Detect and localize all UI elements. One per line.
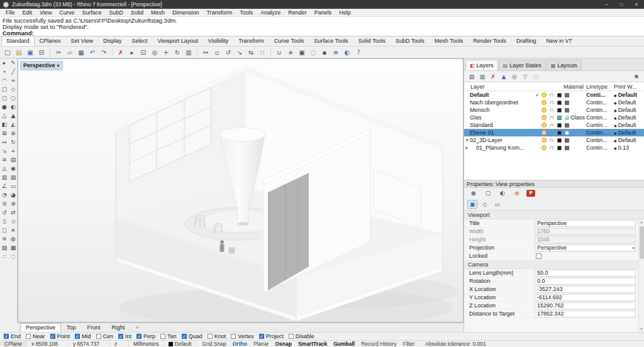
sidebar-tool-icon[interactable]: ▩ <box>9 243 18 252</box>
layer-material-cell[interactable]: Glass <box>564 114 586 121</box>
layer-linetype[interactable]: Contin... <box>586 107 614 113</box>
sidebar-tool-icon[interactable]: ▥ <box>0 173 9 182</box>
explode-icon[interactable]: ∗ <box>286 47 296 57</box>
paste-icon[interactable]: ▦ <box>76 47 86 57</box>
wallpaper-icon[interactable]: ▭ <box>492 200 502 209</box>
layer-visibility-bulb-icon[interactable] <box>540 100 548 105</box>
viewport-tab-perspective[interactable]: Perspective <box>20 323 61 332</box>
toolbar-tab-visibility[interactable]: Visibility <box>203 36 233 46</box>
status-toggle-smarttrack[interactable]: SmartTrack <box>298 341 327 347</box>
cplane-selector[interactable]: CPlane <box>0 341 27 347</box>
units-display[interactable]: Millimeters <box>129 341 164 347</box>
column-header-printwidth[interactable]: Print W... <box>614 84 644 90</box>
lock-object-icon[interactable]: ▪ <box>319 47 330 57</box>
sidebar-tool-icon[interactable]: ◠ <box>0 76 9 85</box>
layer-lock-icon[interactable]: ⊓ <box>548 130 555 136</box>
sidebar-tool-icon[interactable]: ▢ <box>0 94 9 102</box>
toolbar-tab-select[interactable]: Select <box>126 36 152 46</box>
status-toggle-grid-snap[interactable]: Grid Snap <box>202 341 226 347</box>
osnap-checkbox[interactable]: ✓ <box>4 334 9 339</box>
expand-arrow-icon[interactable]: ▾ <box>464 138 470 143</box>
sidebar-tool-icon[interactable]: ◉ <box>9 164 18 173</box>
menu-help[interactable]: Help <box>335 9 355 16</box>
undo-icon[interactable]: ↶ <box>87 47 97 57</box>
hide-object-icon[interactable]: ◌ <box>308 47 318 57</box>
print-icon[interactable]: ⊟ <box>36 47 47 57</box>
panel-tab-layer-states[interactable]: ▤Layer States <box>499 60 546 70</box>
layers-panel-icon[interactable]: ≡ <box>331 47 341 57</box>
layer-printwidth[interactable]: ◆Default <box>614 129 644 136</box>
sidebar-tool-icon[interactable]: ▧ <box>9 173 18 182</box>
toolbar-tab-set-view[interactable]: Set View <box>66 36 98 46</box>
rotate-icon[interactable]: ↺ <box>223 47 233 57</box>
open-file-icon[interactable]: ▤ <box>14 47 24 57</box>
sidebar-tool-icon[interactable]: ∷ <box>0 252 9 261</box>
viewport-tab-right[interactable]: Right <box>106 323 131 332</box>
menu-analyze[interactable]: Analyze <box>257 9 284 16</box>
layer-linetype[interactable]: Contin... <box>586 114 614 121</box>
layer-row[interactable]: Glas⊓GlassContin...◆Default <box>464 114 644 121</box>
osnap-checkbox[interactable] <box>160 334 165 339</box>
layer-linetype[interactable]: Contin... <box>586 122 614 128</box>
expand-arrow-icon[interactable]: ▸ <box>464 145 470 150</box>
search-icon[interactable]: ◌ <box>531 72 540 81</box>
property-value-projection[interactable]: Perspective▾ <box>535 245 636 251</box>
sidebar-tool-icon[interactable]: ≡ <box>0 155 9 164</box>
osnap-checkbox[interactable]: ✓ <box>136 334 142 339</box>
sidebar-tool-icon[interactable]: + <box>9 146 18 155</box>
layer-visibility-bulb-icon[interactable] <box>540 92 548 97</box>
group-icon[interactable]: ▣ <box>297 47 307 57</box>
render-settings-icon[interactable]: ◇ <box>480 200 490 209</box>
osnap-checkbox[interactable]: ✓ <box>182 334 187 339</box>
status-toggle-gumball[interactable]: Gumball <box>333 341 355 347</box>
sidebar-tool-icon[interactable]: ○ <box>9 94 18 102</box>
maximize-button[interactable]: □ <box>614 0 629 9</box>
array-icon[interactable]: ∷ <box>257 47 267 57</box>
osnap-mid[interactable]: ✓Mid <box>75 333 91 339</box>
layer-lock-icon[interactable]: ⊓ <box>548 145 555 151</box>
mirror-icon[interactable]: ⇆ <box>246 47 256 57</box>
settings-gear-icon[interactable]: ✱ <box>632 72 641 81</box>
zoom-extents-icon[interactable]: ⊡ <box>138 47 148 57</box>
osnap-checkbox[interactable]: ✓ <box>50 334 55 339</box>
layer-linetype[interactable]: Contin... <box>586 137 614 143</box>
status-toggle-planar[interactable]: Planar <box>253 341 269 347</box>
named-views-icon[interactable]: ▥ <box>184 47 194 57</box>
redo-icon[interactable]: ↷ <box>99 47 109 57</box>
layer-lock-icon[interactable]: ⊓ <box>548 107 555 113</box>
sidebar-tool-icon[interactable]: ◔ <box>0 190 9 199</box>
column-header-linetype[interactable]: Linetype <box>586 84 614 90</box>
toolbar-tab-solid-tools[interactable]: Solid Tools <box>353 36 391 46</box>
toolbar-tab-mesh-tools[interactable]: Mesh Tools <box>430 36 468 46</box>
materials-icon[interactable]: ◐ <box>497 189 508 197</box>
sidebar-tool-icon[interactable]: ↻ <box>9 138 18 146</box>
sidebar-tool-icon[interactable]: ◕ <box>9 190 18 199</box>
layer-visibility-bulb-icon[interactable] <box>540 145 548 150</box>
toolbar-tab-new-in-v7[interactable]: New in V7 <box>541 36 577 46</box>
sidebar-tool-icon[interactable]: △ <box>0 111 9 120</box>
sidebar-tool-icon[interactable]: ↺ <box>0 208 9 217</box>
osnap-checkbox[interactable] <box>208 334 213 339</box>
osnap-point[interactable]: ✓Point <box>50 333 70 339</box>
layer-color-swatch[interactable] <box>557 116 562 120</box>
viewport-properties-icon[interactable]: ▣ <box>467 200 477 209</box>
property-value-z-location[interactable]: 15290.762 <box>535 302 636 309</box>
display-icon[interactable]: ▢ <box>483 189 493 197</box>
osnap-int[interactable]: ✓Int <box>118 333 131 339</box>
layer-linetype[interactable]: Contin... <box>586 99 614 106</box>
sidebar-tool-icon[interactable]: ↔ <box>0 138 9 146</box>
sidebar-tool-icon[interactable]: ▭ <box>9 182 18 190</box>
status-toggle-osnap[interactable]: Osnap <box>275 341 291 347</box>
sidebar-tool-icon[interactable]: ◌ <box>9 252 18 261</box>
property-value-rotation[interactable]: 0.0 <box>535 278 636 285</box>
sidebar-tool-icon[interactable]: ⊕ <box>9 129 18 138</box>
layer-material-cell[interactable] <box>564 101 586 105</box>
layer-material-cell[interactable] <box>564 108 586 113</box>
scrollbar-thumb[interactable] <box>640 226 644 259</box>
layer-printwidth[interactable]: ◆Default <box>614 137 644 143</box>
layer-row[interactable]: Standard⊓Contin...◆Default <box>464 121 644 129</box>
sidebar-tool-icon[interactable]: ▨ <box>0 243 9 252</box>
scroll-up-arrow-icon[interactable]: ▴ <box>640 219 642 225</box>
sidebar-tool-icon[interactable]: ✎ <box>9 58 18 67</box>
new-viewport-icon[interactable]: + <box>136 324 139 331</box>
